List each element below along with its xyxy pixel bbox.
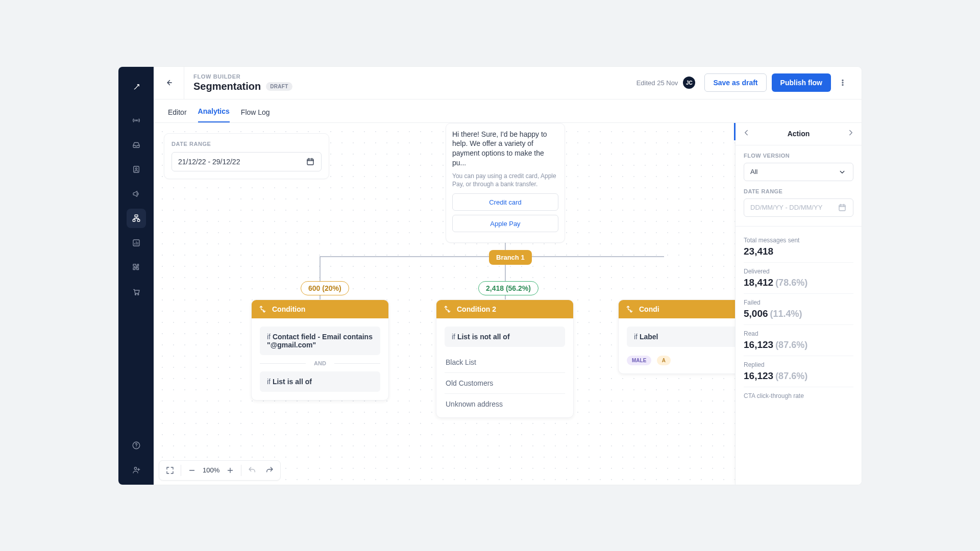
- panel-next-button[interactable]: [846, 128, 855, 139]
- nav-contact-icon[interactable]: [127, 160, 146, 179]
- stat-delivered: Delivered 18,412(78.6%): [744, 263, 853, 294]
- svg-point-12: [842, 82, 843, 83]
- svg-rect-14: [307, 159, 313, 164]
- list-item: Black List: [445, 352, 565, 373]
- condition-icon: [626, 305, 635, 314]
- panel-date-label: DATE RANGE: [744, 188, 853, 194]
- flow-version-select[interactable]: All: [744, 163, 853, 181]
- fullscreen-button[interactable]: [162, 463, 178, 478]
- stat-failed: Failed 5,006(11.4%): [744, 294, 853, 325]
- branch-count-2: 2,418 (56.2%): [478, 281, 538, 295]
- calendar-icon: [838, 203, 847, 212]
- panel-prev-button[interactable]: [742, 128, 751, 139]
- branch-node[interactable]: Branch 1: [489, 250, 532, 265]
- analytics-panel: Action FLOW VERSION All DATE RANGE DD/MM…: [735, 123, 862, 485]
- reply-button-credit[interactable]: Credit card: [452, 193, 558, 211]
- and-separator: AND: [260, 360, 380, 366]
- back-button[interactable]: [154, 67, 184, 99]
- svg-point-2: [135, 167, 137, 169]
- app-logo[interactable]: [130, 81, 142, 93]
- breadcrumb-label: FLOW BUILDER: [193, 73, 292, 80]
- save-draft-button[interactable]: Save as draft: [704, 73, 766, 92]
- stat-read: Read 16,123(87.6%): [744, 325, 853, 356]
- branch-count-1: 600 (20%): [301, 281, 349, 295]
- nav-analytics-icon[interactable]: [127, 233, 146, 253]
- condition-node-2[interactable]: Condition 2 if List is not all of Black …: [436, 299, 574, 418]
- list-item: Old Customers: [445, 373, 565, 394]
- undo-button[interactable]: [244, 463, 260, 478]
- redo-button[interactable]: [262, 463, 277, 478]
- sidebar: [118, 67, 154, 485]
- panel-title: Action: [788, 130, 810, 138]
- condition-title: Condi: [639, 305, 659, 313]
- svg-point-13: [842, 84, 843, 85]
- nav-campaign-icon[interactable]: [127, 184, 146, 204]
- date-range-card: DATE RANGE 21/12/22 - 29/12/22: [164, 133, 329, 179]
- status-badge: DRAFT: [266, 82, 292, 91]
- chevron-down-icon: [838, 167, 847, 177]
- tab-analytics[interactable]: Analytics: [198, 107, 230, 122]
- date-range-label: DATE RANGE: [172, 141, 322, 147]
- list-item: Unknown address: [445, 394, 565, 414]
- stat-replied: Replied 16,123(87.6%): [744, 356, 853, 387]
- zoom-toolbar: 100%: [159, 460, 281, 481]
- svg-point-8: [137, 294, 138, 295]
- nav-inbox-icon[interactable]: [127, 135, 146, 155]
- tag-pill: MALE: [627, 356, 651, 365]
- tag-pill: A: [657, 356, 671, 365]
- edited-label: Edited 25 Nov: [636, 79, 678, 87]
- svg-rect-15: [839, 205, 845, 210]
- date-range-value: 21/12/22 - 29/12/22: [178, 158, 240, 166]
- stat-cta: CTA click-through rate: [744, 387, 853, 407]
- panel-date-input[interactable]: DD/MM/YY - DD/MM/YY: [744, 198, 853, 217]
- condition-icon: [444, 305, 453, 314]
- message-subtext: You can pay using a credit card, Apple P…: [452, 172, 558, 188]
- flow-version-label: FLOW VERSION: [744, 153, 853, 159]
- tabs: Editor Analytics Flow Log: [154, 99, 862, 123]
- nav-integrations-icon[interactable]: [127, 258, 146, 277]
- nav-flow-icon[interactable]: [127, 209, 146, 228]
- reply-button-apple[interactable]: Apple Pay: [452, 215, 558, 232]
- topbar: FLOW BUILDER Segmentation DRAFT Edited 2…: [154, 67, 862, 99]
- nav-broadcast-icon[interactable]: [127, 111, 146, 130]
- page-title: Segmentation: [193, 81, 261, 92]
- stat-sent: Total messages sent 23,418: [744, 232, 853, 263]
- tab-editor[interactable]: Editor: [168, 108, 187, 122]
- rule-box: if List is not all of: [445, 327, 565, 347]
- condition-icon: [259, 305, 268, 314]
- zoom-in-button[interactable]: [223, 463, 238, 478]
- canvas[interactable]: DATE RANGE 21/12/22 - 29/12/22 Hi there!…: [154, 123, 862, 485]
- condition-title: Condition 2: [457, 305, 496, 313]
- more-menu-button[interactable]: [834, 74, 851, 91]
- nav-commerce-icon[interactable]: [127, 282, 146, 302]
- message-text: Hi there! Sure, I'd be happy to help. We…: [452, 130, 558, 168]
- rule-box: if Label: [627, 327, 747, 347]
- svg-point-7: [135, 294, 136, 295]
- nav-invite-icon[interactable]: [127, 460, 146, 480]
- tab-flow-log[interactable]: Flow Log: [241, 108, 270, 122]
- calendar-icon: [306, 157, 315, 166]
- condition-node-1[interactable]: Condition if Contact field - Email conta…: [251, 299, 389, 400]
- rule-box: if List is all of: [260, 371, 380, 392]
- svg-point-0: [135, 119, 136, 120]
- zoom-out-button[interactable]: [184, 463, 200, 478]
- rule-box: if Contact field - Email contains "@gmai…: [260, 327, 380, 355]
- svg-point-11: [842, 80, 843, 81]
- message-node[interactable]: Hi there! Sure, I'd be happy to help. We…: [446, 123, 565, 243]
- date-range-input[interactable]: 21/12/22 - 29/12/22: [172, 152, 322, 171]
- avatar[interactable]: JC: [683, 77, 695, 89]
- nav-help-icon[interactable]: [127, 436, 146, 455]
- zoom-level: 100%: [202, 466, 220, 474]
- condition-title: Condition: [272, 305, 305, 313]
- svg-point-10: [134, 467, 137, 469]
- publish-button[interactable]: Publish flow: [772, 73, 831, 92]
